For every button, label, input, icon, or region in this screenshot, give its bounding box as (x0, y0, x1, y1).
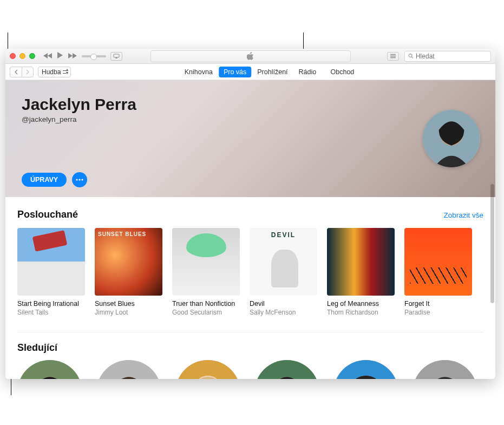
listening-see-all-link[interactable]: Zobrazit vše (443, 211, 483, 219)
search-icon (408, 53, 414, 59)
svg-point-4 (79, 179, 81, 180)
follower-avatar[interactable] (413, 360, 477, 379)
follower-avatar[interactable] (17, 360, 82, 379)
titlebar (5, 49, 495, 64)
album-artist: Paradise (404, 309, 472, 317)
previous-track-button[interactable] (43, 51, 53, 61)
album-title: Start Being Irrational (17, 300, 85, 309)
album-item[interactable]: Leg of Meanness Thom Richardson (327, 228, 395, 317)
play-button[interactable] (57, 51, 63, 61)
content-area: Poslouchané Zobrazit vše Start Being Irr… (5, 197, 495, 379)
album-cover (17, 228, 85, 296)
profile-header: Jackelyn Perra @jackelyn_perra ÚPRAVY (5, 80, 495, 197)
album-title: Truer than Nonfiction (172, 300, 240, 309)
profile-handle: @jackelyn_perra (22, 115, 479, 123)
profile-name: Jackelyn Perra (22, 95, 479, 114)
follower-avatar[interactable] (254, 360, 319, 379)
zoom-window-button[interactable] (29, 53, 35, 59)
album-title: Forget It (404, 300, 472, 309)
album-artist: Sally McFenson (250, 309, 317, 317)
up-next-button[interactable] (387, 52, 399, 61)
app-window: Hudba ▴▾ Knihovna Pro vás Prohlížení Rád… (5, 49, 495, 379)
playback-controls (43, 51, 122, 61)
svg-rect-11 (96, 360, 161, 379)
listening-section-title: Poslouchané (17, 209, 78, 220)
window-controls (10, 53, 35, 59)
more-actions-button[interactable] (72, 172, 87, 187)
album-item[interactable]: Forget It Paradise (404, 228, 472, 317)
tab-store[interactable]: Obchod (328, 67, 358, 77)
vertical-scrollbar[interactable] (490, 184, 494, 303)
avatar-image (423, 110, 480, 167)
album-cover (95, 228, 162, 296)
follower-avatar[interactable] (96, 360, 161, 379)
minimize-window-button[interactable] (19, 53, 25, 59)
album-artist: Good Secularism (172, 309, 240, 317)
edit-profile-button[interactable]: ÚPRAVY (22, 173, 67, 187)
svg-line-2 (412, 57, 414, 58)
album-cover (327, 228, 395, 296)
tab-for-you[interactable]: Pro vás (219, 67, 251, 77)
album-cover (404, 228, 472, 296)
followers-section-title: Sledující (17, 342, 483, 354)
album-title: Sunset Blues (95, 300, 162, 309)
album-item[interactable]: Start Being Irrational Silent Tails (17, 228, 85, 317)
apple-logo-icon (247, 52, 254, 60)
chevron-updown-icon: ▴▾ (66, 68, 68, 75)
album-artist: Jimmy Loot (95, 309, 162, 317)
now-playing-display (150, 50, 351, 62)
nav-back-button[interactable] (10, 67, 22, 77)
close-window-button[interactable] (10, 53, 16, 59)
nav-row: Hudba ▴▾ Knihovna Pro vás Prohlížení Rád… (5, 64, 495, 80)
tab-library[interactable]: Knihovna (180, 67, 218, 77)
search-input[interactable] (416, 53, 487, 60)
listening-row: Start Being Irrational Silent Tails Suns… (17, 228, 483, 317)
svg-point-5 (82, 179, 83, 180)
svg-rect-23 (413, 360, 477, 379)
nav-forward-button[interactable] (22, 67, 34, 77)
ellipsis-icon (76, 179, 83, 181)
tab-radio[interactable]: Rádio (294, 67, 322, 77)
svg-point-3 (76, 179, 78, 180)
svg-point-1 (409, 54, 412, 57)
album-artist: Silent Tails (17, 309, 85, 317)
volume-slider[interactable] (82, 55, 106, 57)
next-track-button[interactable] (68, 51, 77, 61)
album-item[interactable]: Devil Sally McFenson (250, 228, 317, 317)
album-title: Devil (250, 300, 317, 309)
album-cover (250, 228, 317, 296)
tab-browse[interactable]: Prohlížení (252, 67, 292, 77)
profile-avatar[interactable] (423, 110, 480, 167)
airplay-button[interactable] (110, 52, 122, 61)
svg-rect-8 (17, 360, 82, 379)
album-artist: Thom Richardson (327, 309, 395, 317)
album-cover (172, 228, 240, 296)
library-selector[interactable]: Hudba ▴▾ (38, 67, 71, 77)
follower-avatar[interactable] (175, 360, 240, 379)
album-item[interactable]: Sunset Blues Jimmy Loot (95, 228, 162, 317)
svg-rect-17 (254, 360, 319, 379)
search-field[interactable] (404, 51, 491, 62)
follower-avatar[interactable] (333, 360, 398, 379)
album-title: Leg of Meanness (327, 300, 395, 309)
main-tabs: Knihovna Pro vás Prohlížení Rádio (180, 67, 321, 77)
library-selector-label: Hudba (42, 68, 61, 76)
album-item[interactable]: Truer than Nonfiction Good Secularism (172, 228, 240, 317)
followers-row (17, 360, 483, 379)
